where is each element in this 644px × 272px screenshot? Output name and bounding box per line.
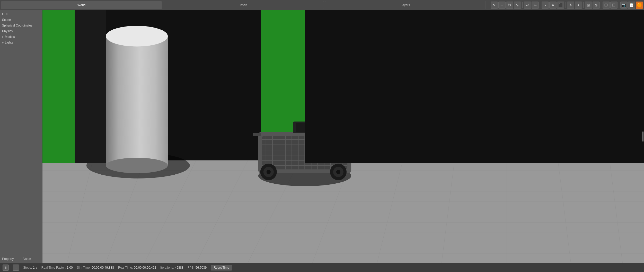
log-btn[interactable]: 📋 xyxy=(628,2,635,9)
tree-item-spherical[interactable]: Spherical Coordinates xyxy=(0,23,42,28)
sun-btn[interactable]: ☀ xyxy=(567,2,574,9)
copy-btn[interactable]: ❐ xyxy=(603,2,610,9)
toolbar-sep-4 xyxy=(583,2,584,8)
step-btn[interactable]: ↓ xyxy=(13,265,19,271)
tab-insert[interactable]: Insert xyxy=(163,1,324,9)
toolbar-sep-6 xyxy=(619,2,619,8)
real-time-item: Real Time: 00:00:00:50.462 xyxy=(118,266,156,269)
color-btn[interactable]: 🟠 xyxy=(636,2,643,9)
light-btn[interactable]: ✦ xyxy=(575,2,582,9)
rotate-tool-btn[interactable]: ↻ xyxy=(506,2,513,9)
properties-panel: Property Value xyxy=(0,255,42,263)
property-col-header: Property xyxy=(0,256,21,262)
realtime-factor-item: Real Time Factor: 1.00 xyxy=(41,266,73,269)
viewport[interactable] xyxy=(42,10,644,263)
tree-item-gui[interactable]: GUI xyxy=(0,11,42,17)
svg-rect-25 xyxy=(106,36,168,165)
sphere-btn[interactable]: ● xyxy=(549,2,557,9)
sidebar-tree: GUI Scene Spherical Coordinates Physics … xyxy=(0,10,42,255)
tree-item-models[interactable]: Models xyxy=(0,34,42,40)
tree-item-lights[interactable]: Lights xyxy=(0,40,42,45)
svg-point-26 xyxy=(106,26,168,46)
toolbar-sep-3 xyxy=(566,2,566,8)
svg-point-55 xyxy=(336,170,340,174)
statusbar: ⏸ ↓ Steps: 1 ↓ Real Time Factor: 1.00 Si… xyxy=(0,263,644,272)
svg-point-52 xyxy=(267,170,271,174)
tab-layers[interactable]: Layers xyxy=(325,1,486,9)
joints-btn[interactable]: ⊗ xyxy=(593,2,600,9)
box-btn[interactable]: ▪ xyxy=(542,2,549,9)
viewport-right-handle[interactable] xyxy=(642,131,643,142)
screenshot-btn[interactable]: 📷 xyxy=(620,2,628,9)
select-tool-btn[interactable]: ↖ xyxy=(491,2,498,9)
toolbar-sep-2 xyxy=(540,2,540,8)
sim-time-item: Sim Time: 00:00:00:49.888 xyxy=(77,266,114,269)
reset-time-btn[interactable]: Reset Time xyxy=(211,265,232,270)
toolbar-sep-5 xyxy=(601,2,601,8)
pause-btn[interactable]: ⏸ xyxy=(3,265,9,271)
fps-item: FPS: 56.7039 xyxy=(188,266,207,269)
property-header-row: Property Value xyxy=(0,255,42,263)
toolbar-sep-0 xyxy=(489,2,489,8)
redo-btn[interactable]: ↪ xyxy=(532,2,539,9)
translate-tool-btn[interactable]: ✛ xyxy=(498,2,506,9)
value-col-header: Value xyxy=(21,256,42,262)
tree-item-physics[interactable]: Physics xyxy=(0,28,42,34)
snap-grid-btn[interactable]: ⊞ xyxy=(585,2,592,9)
svg-rect-59 xyxy=(75,10,106,163)
svg-rect-58 xyxy=(253,133,261,136)
scale-tool-btn[interactable]: ⤡ xyxy=(514,2,521,9)
tree-item-scene[interactable]: Scene xyxy=(0,17,42,23)
tab-world[interactable]: World xyxy=(1,1,162,9)
toolbar-sep-1 xyxy=(522,2,523,8)
scene-viewport xyxy=(42,10,644,263)
toolbar: World Insert Layers ↖ ✛ ↻ ⤡ ↩ ↪ ▪ ● ⬛ ☀ … xyxy=(0,0,644,10)
svg-rect-22 xyxy=(42,10,75,163)
svg-rect-60 xyxy=(305,10,644,163)
svg-point-27 xyxy=(106,158,168,173)
cylinder-btn[interactable]: ⬛ xyxy=(557,2,564,9)
steps-item: Steps: 1 ↓ xyxy=(23,266,37,269)
sidebar: GUI Scene Spherical Coordinates Physics … xyxy=(0,10,42,263)
iterations-item: Iterations: 49888 xyxy=(160,266,183,269)
undo-btn[interactable]: ↩ xyxy=(524,2,531,9)
paste-btn[interactable]: ❒ xyxy=(610,2,617,9)
main-area: GUI Scene Spherical Coordinates Physics … xyxy=(0,10,644,263)
